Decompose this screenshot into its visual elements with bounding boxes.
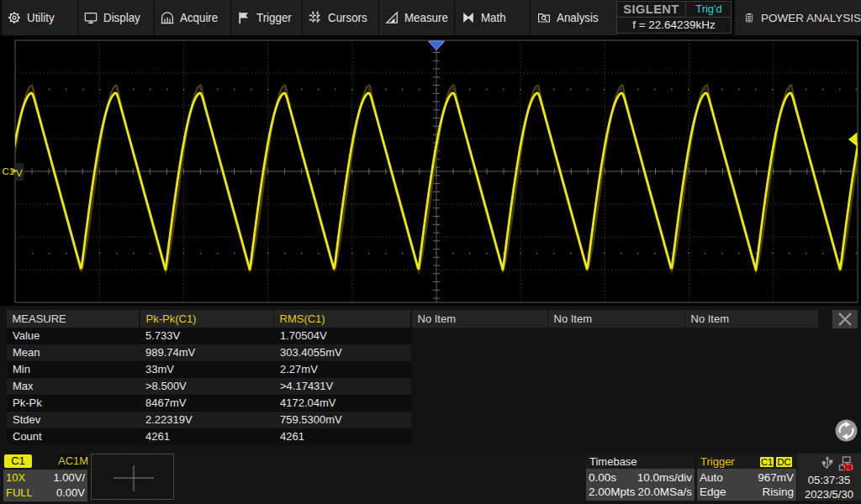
svg-text:V: V (16, 168, 23, 178)
svg-text:C1: C1 (3, 166, 15, 176)
